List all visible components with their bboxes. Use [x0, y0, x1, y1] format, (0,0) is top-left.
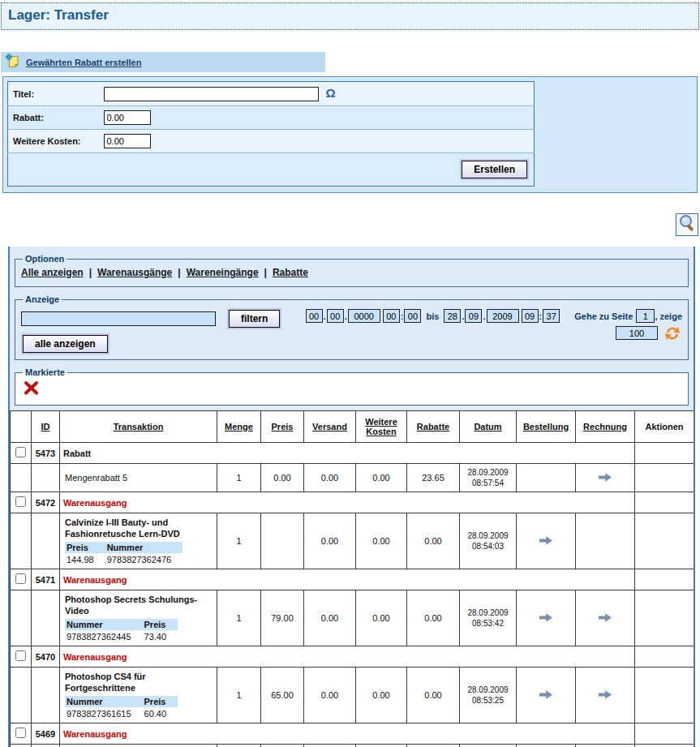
attribute-value: 9783827362445	[65, 630, 143, 642]
filter-link-warenausgaenge[interactable]: Warenausgänge	[97, 267, 172, 278]
sort-preis-link[interactable]: Preis	[272, 422, 294, 431]
versand-cell: 0.00	[304, 745, 356, 747]
transaction-type-label: Warenausgang	[60, 646, 635, 668]
product-attributes: NummerPreis978382736244573.40	[65, 619, 178, 642]
search-toggle-button[interactable]	[676, 213, 698, 236]
preis-cell: 95.50	[261, 745, 304, 747]
transaction-type-label: Warenausgang	[60, 569, 635, 590]
filtern-button[interactable]: filtern	[229, 310, 280, 328]
transaction-detail-row: Photoshop Secrets Schulungs-VideoNummerP…	[11, 590, 694, 646]
date-separator: .	[462, 311, 464, 321]
refresh-icon[interactable]	[664, 326, 681, 342]
filter-link-alle-anzeigen[interactable]: Alle anzeigen	[21, 267, 84, 278]
sort-menge-link[interactable]: Menge	[225, 422, 253, 431]
transaction-title: Photoshop CS4 für Fortgeschrittene	[65, 671, 214, 693]
bestellung-arrow-icon[interactable]	[539, 690, 552, 701]
titel-input[interactable]	[104, 87, 319, 101]
attribute-values-row: 978382736244573.40	[65, 630, 178, 642]
rabatte-cell: 0.00	[407, 668, 460, 723]
delete-marked-button[interactable]	[23, 380, 39, 399]
sort-bestellung-link[interactable]: Bestellung	[523, 422, 569, 431]
bestellung-cell	[517, 513, 576, 569]
sort-rechnung-link[interactable]: Rechnung	[583, 422, 627, 431]
bis-label: bis	[426, 311, 439, 321]
date-from-day-input[interactable]	[306, 309, 323, 323]
transaction-type-row: 5470 Warenausgang	[11, 646, 694, 668]
time-to-minute-input[interactable]	[543, 309, 560, 323]
sort-id-link[interactable]: ID	[41, 422, 50, 431]
special-chars-omega-icon[interactable]: Ω	[326, 86, 336, 100]
versand-cell: 0.00	[304, 590, 356, 646]
datum-cell: 28.09.200908:54:03	[460, 513, 517, 569]
create-rabatt-link[interactable]: Gewährten Rabatt erstellen	[26, 58, 141, 67]
markierte-legend: Markierte	[23, 367, 67, 377]
page-title: Lager: Transfer	[8, 7, 692, 24]
create-rabatt-bar: Gewährten Rabatt erstellen	[1, 52, 325, 72]
erstellen-button[interactable]: Erstellen	[462, 161, 527, 178]
date-separator: .	[345, 311, 347, 321]
bestellung-arrow-icon[interactable]	[539, 536, 552, 547]
attribute-value: 144.98	[65, 553, 105, 565]
menge-cell: 1	[217, 513, 261, 569]
main-container: Optionen Alle anzeigen|Warenausgänge|War…	[8, 247, 695, 747]
sort-transaktion-link[interactable]: Transaktion	[114, 422, 164, 431]
transaction-cell: Calvinize I-III Bauty- und Fashionretusc…	[60, 513, 217, 569]
rechnung-arrow-icon[interactable]	[599, 473, 612, 483]
row-checkbox[interactable]	[15, 728, 26, 738]
rabatt-input[interactable]	[104, 110, 151, 125]
weitere-kosten-input[interactable]	[104, 134, 151, 148]
bestellung-cell	[517, 590, 576, 646]
page: Lager: Transfer Gewährten Rabatt erstell…	[0, 0, 700, 747]
optionen-legend: Optionen	[23, 254, 67, 264]
time-from-minute-input[interactable]	[404, 309, 421, 323]
bestellung-arrow-icon[interactable]	[539, 613, 552, 624]
datum-cell: 28.09.200908:53:11	[460, 745, 517, 747]
per-page-input[interactable]	[616, 326, 658, 340]
create-rabatt-form: Titel: Ω Rabatt: Weitere Kosten: Erstell…	[2, 76, 698, 193]
rechnung-cell	[576, 464, 635, 492]
time-from-hour-input[interactable]	[383, 309, 400, 323]
aktionen-cell	[635, 723, 694, 745]
preis-cell	[261, 513, 304, 569]
anzeige-fieldset: Anzeige filtern alle anzeigen .. :bis.. …	[15, 294, 689, 360]
transaction-type-row: 5469 Warenausgang	[11, 723, 694, 745]
checkbox-cell	[11, 492, 32, 513]
header-preis: Preis	[261, 411, 304, 443]
aktionen-cell	[635, 464, 694, 492]
row-checkbox[interactable]	[15, 573, 26, 584]
date-to-year-input[interactable]	[487, 309, 519, 323]
menge-cell: 1	[217, 745, 261, 747]
sort-rabatte-link[interactable]: Rabatte	[417, 422, 449, 431]
row-checkbox[interactable]	[15, 650, 26, 661]
rechnung-arrow-icon[interactable]	[599, 613, 612, 624]
row-checkbox[interactable]	[15, 447, 26, 457]
attribute-label: Preis	[65, 542, 105, 553]
empty-cell	[32, 668, 60, 723]
separator: |	[178, 267, 180, 278]
date-from-year-input[interactable]	[348, 309, 380, 323]
time-to-hour-input[interactable]	[522, 309, 539, 323]
aktionen-cell	[635, 443, 694, 464]
filter-input[interactable]	[21, 311, 216, 326]
row-checkbox[interactable]	[15, 496, 26, 507]
markierte-fieldset: Markierte	[15, 367, 689, 406]
sort-versand-link[interactable]: Versand	[312, 422, 347, 431]
date-from-month-input[interactable]	[327, 309, 344, 323]
sort-weitere-kosten-link[interactable]: Weitere Kosten	[365, 417, 397, 436]
magnifier-icon	[678, 214, 696, 235]
goto-page-input[interactable]	[636, 309, 655, 323]
alle-anzeigen-button[interactable]: alle anzeigen	[23, 335, 108, 353]
attribute-labels-row: NummerPreis	[65, 696, 178, 707]
date-to-day-input[interactable]	[444, 309, 461, 323]
rechnung-arrow-icon[interactable]	[599, 690, 612, 701]
aktionen-cell	[635, 590, 694, 646]
transaction-id: 5473	[32, 443, 60, 464]
header-versand: Versand	[304, 411, 356, 443]
rabatte-cell: 0.00	[407, 745, 460, 747]
filter-link-rabatte[interactable]: Rabatte	[273, 267, 308, 278]
titel-row: Titel: Ω	[8, 82, 535, 106]
filter-link-wareneingaenge[interactable]: Wareneingänge	[187, 267, 259, 278]
sort-datum-link[interactable]: Datum	[474, 422, 501, 431]
new-document-icon	[6, 54, 19, 71]
date-to-month-input[interactable]	[465, 309, 482, 323]
